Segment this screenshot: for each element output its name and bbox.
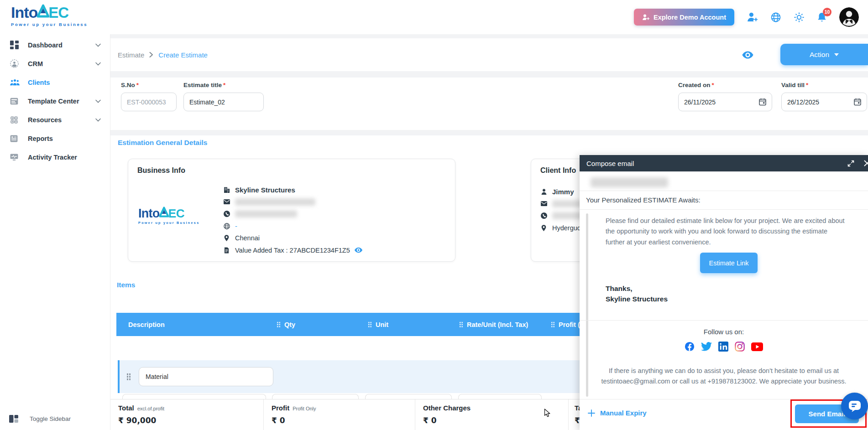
divider <box>580 399 868 399</box>
column-unit: Unit <box>368 313 388 336</box>
required-asterisk: * <box>223 82 225 88</box>
breadcrumb-estimate[interactable]: Estimate <box>118 51 144 59</box>
business-phone-row <box>223 208 363 220</box>
business-logo: Into EC Power up your Business <box>138 207 199 225</box>
user-avatar[interactable] <box>839 7 859 27</box>
chat-bubble-icon <box>848 400 861 412</box>
redacted-phone <box>235 210 297 218</box>
explore-demo-label: Explore Demo Account <box>654 14 726 21</box>
divider <box>580 209 868 210</box>
sidebar-item-reports[interactable]: Reports <box>0 129 110 148</box>
youtube-icon[interactable] <box>751 342 763 351</box>
sidebar-item-clients[interactable]: Clients <box>0 73 110 92</box>
breadcrumb-create-estimate[interactable]: Create Estimate <box>158 51 208 59</box>
toggle-sidebar-icon <box>9 414 19 423</box>
app-logo[interactable]: Into EC Power up your Business <box>11 4 88 27</box>
facebook-icon[interactable] <box>685 342 695 352</box>
template-center-icon <box>10 98 21 105</box>
estimate-title-input[interactable]: Estimate_02 <box>183 93 264 111</box>
dashboard-icon <box>10 41 21 49</box>
business-name: Skyline Structures <box>235 186 295 194</box>
expand-icon[interactable] <box>847 160 854 167</box>
valid-till-input[interactable]: 26/12/2025 <box>781 93 867 111</box>
scrollbar[interactable] <box>586 213 588 397</box>
business-tax-row: Value Added Tax : 27ABCDE1234F1Z5 <box>223 244 363 257</box>
building-icon <box>223 187 230 193</box>
created-on-input[interactable]: 26/11/2025 <box>678 93 772 111</box>
action-button[interactable]: Action <box>780 44 868 65</box>
calendar-icon[interactable] <box>854 98 861 106</box>
phone-icon <box>540 212 547 219</box>
follow-us-label: Follow us on: <box>580 328 868 336</box>
client-info-title: Client Info <box>540 166 576 175</box>
sidebar: Dashboard CRM Clients Template Center Re… <box>0 34 110 430</box>
required-asterisk: * <box>806 82 808 88</box>
required-asterisk: * <box>136 82 139 88</box>
drag-handle-icon[interactable] <box>551 321 555 327</box>
email-signature: Thanks, Skyline Structures <box>606 283 668 305</box>
sidebar-item-dashboard[interactable]: Dashboard <box>0 36 110 54</box>
sidebar-item-activity-tracker[interactable]: Activity Tracker <box>0 148 110 166</box>
chevron-down-icon <box>95 43 101 47</box>
business-city: Chennai <box>235 234 260 242</box>
sidebar-item-label: Resources <box>28 116 62 124</box>
client-name: Jimmy <box>552 188 574 196</box>
drag-handle-icon[interactable] <box>277 321 281 327</box>
drag-handle-icon[interactable] <box>459 321 463 327</box>
logo-tagline: Power up your Business <box>11 22 88 27</box>
email-footer[interactable]: If there is anything we can do to assist… <box>596 366 852 387</box>
globe-icon[interactable] <box>770 12 781 23</box>
email-body[interactable]: Please find our detailed estimate link b… <box>606 216 846 248</box>
email-subject[interactable]: Your Personalized ESTIMATE Awaits: <box>586 196 701 204</box>
estimate-form: S.No* EST-0000053 Estimate title* Estima… <box>110 78 868 130</box>
sno-input[interactable]: EST-0000053 <box>121 93 177 111</box>
sidebar-item-resources[interactable]: Resources <box>0 110 110 129</box>
divider <box>580 320 868 321</box>
tax-eye-icon[interactable] <box>354 246 363 254</box>
calendar-icon[interactable] <box>759 98 766 106</box>
chat-widget-button[interactable] <box>841 393 868 420</box>
section-heading-general-details: Estimation General Details <box>118 139 207 147</box>
instagram-icon[interactable] <box>735 342 745 352</box>
drag-handle-icon[interactable] <box>368 321 372 327</box>
redacted-recipient[interactable] <box>591 177 668 187</box>
toggle-sidebar-button[interactable]: Toggle Sidebar <box>9 414 71 423</box>
manual-expiry-link[interactable]: Manual Expiry <box>588 409 647 417</box>
category-input[interactable]: Material <box>139 367 273 386</box>
profit-section: ProfitProfit Only ₹ 0 <box>264 399 415 430</box>
preview-eye-icon[interactable] <box>742 49 754 61</box>
explore-demo-account-button[interactable]: Explore Demo Account <box>634 9 734 26</box>
add-user-icon[interactable] <box>747 12 758 22</box>
valid-till-label: Valid till* <box>781 82 867 88</box>
breadcrumb: Estimate Create Estimate <box>118 38 208 71</box>
signature-line: Skyline Structures <box>606 294 668 304</box>
total-section: Totalexcl.of.profit ₹ 90,000 <box>110 399 264 430</box>
location-pin-icon <box>223 235 230 241</box>
other-charges-section: Other Charges ₹ 0 <box>415 399 569 430</box>
estimate-title-label: Estimate title* <box>183 82 264 88</box>
sidebar-item-template-center[interactable]: Template Center <box>0 92 110 110</box>
business-website: - <box>235 223 237 230</box>
location-pin-icon <box>540 225 547 231</box>
phone-icon <box>223 211 230 217</box>
other-charges-label: Other Charges <box>423 404 471 412</box>
sidebar-item-label: Template Center <box>28 98 79 105</box>
linkedin-icon[interactable] <box>718 342 728 352</box>
business-email-row <box>223 196 363 208</box>
total-label: Total <box>118 404 134 412</box>
business-tax: Value Added Tax : 27ABCDE1234F1Z5 <box>235 247 350 254</box>
notifications-bell-icon[interactable]: 10 <box>817 12 827 23</box>
close-icon[interactable] <box>864 160 868 166</box>
column-description: Description <box>128 313 165 336</box>
gear-icon[interactable] <box>794 12 805 23</box>
column-rate: Rate/Unit (Incl. Tax) <box>459 313 528 336</box>
twitter-icon[interactable] <box>701 342 712 351</box>
total-sublabel: excl.of.profit <box>137 406 164 411</box>
business-website-row: - <box>223 220 363 233</box>
sidebar-item-crm[interactable]: CRM <box>0 54 110 73</box>
logo-triangle-icon <box>159 207 169 218</box>
sidebar-item-label: CRM <box>28 60 43 67</box>
drag-handle-icon[interactable] <box>126 373 131 380</box>
created-on-label: Created on* <box>678 82 772 88</box>
estimate-link-button[interactable]: Estimate Link <box>700 253 758 273</box>
